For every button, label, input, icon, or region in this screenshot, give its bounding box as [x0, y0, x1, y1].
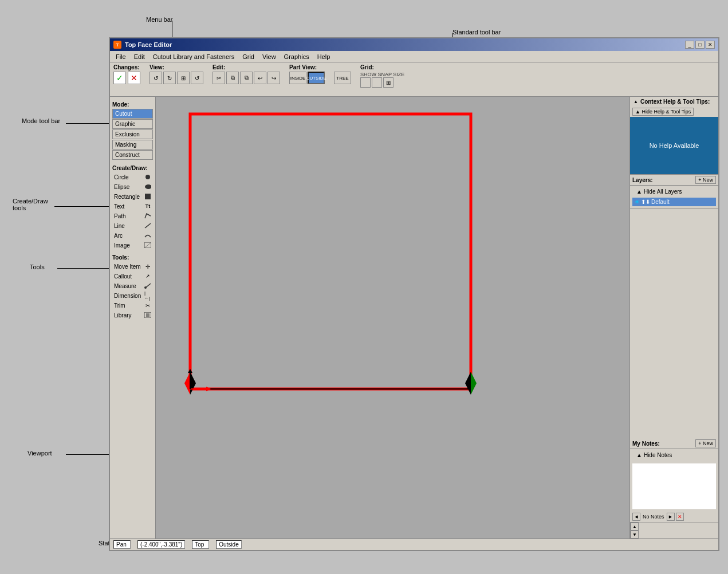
annotation-createdraw: Create/Drawtools: [13, 198, 48, 211]
layer-default[interactable]: 👁 ⬆⬇ Default: [632, 198, 716, 206]
tool-library[interactable]: Library: [112, 310, 153, 320]
edit-btn-2[interactable]: ⧉: [226, 72, 239, 84]
grid-sublabel: SHOW SNAP SIZE: [360, 72, 404, 77]
hide-notes-text: Hide Notes: [644, 452, 672, 458]
annotation-tools: Tools: [30, 264, 45, 270]
new-layer-button[interactable]: + New: [695, 176, 716, 184]
menu-grid[interactable]: Grid: [239, 53, 258, 61]
right-panel-scrollbar[interactable]: ▲ ▼: [630, 522, 638, 538]
tree-group: TREE: [334, 64, 351, 84]
tool-dimension[interactable]: Dimension |←|: [112, 291, 153, 300]
mode-masking[interactable]: Masking: [112, 140, 153, 150]
notes-delete-button[interactable]: ✕: [676, 513, 684, 521]
grid-size[interactable]: ⊞: [383, 77, 393, 88]
hide-all-text: Hide All Layers: [644, 188, 682, 195]
tool-path[interactable]: Path: [112, 211, 153, 221]
menu-help[interactable]: Help: [314, 53, 334, 61]
tool-elipse[interactable]: Elipse: [112, 182, 153, 191]
tool-circle[interactable]: Circle: [112, 172, 153, 182]
tool-image[interactable]: Image: [112, 241, 153, 250]
grid-buttons: ⊞: [360, 77, 393, 88]
title-buttons: _ □ ✕: [685, 41, 715, 49]
status-bar: Pan (-2.400",-3.381") Top Outside: [110, 538, 718, 550]
edit-btn-1[interactable]: ✂: [213, 72, 225, 84]
context-help-content: No Help Available: [630, 117, 718, 174]
confirm-button[interactable]: ✓: [113, 72, 126, 84]
cancel-button[interactable]: ✕: [128, 72, 140, 84]
notes-next-button[interactable]: ►: [667, 513, 675, 521]
notes-label: No Notes: [642, 514, 666, 520]
collapse-icon[interactable]: ▲: [633, 99, 638, 104]
menu-graphics[interactable]: Graphics: [281, 53, 313, 61]
menu-view[interactable]: View: [259, 53, 280, 61]
view-btn-3[interactable]: ⊞: [177, 72, 190, 84]
part-view-outside[interactable]: OUTSIDE: [308, 72, 325, 84]
notes-title: My Notes:: [632, 441, 660, 447]
view-btn-1[interactable]: ↺: [149, 72, 162, 84]
app-window: T Top Face Editor _ □ ✕ File Edit Cutout…: [109, 37, 719, 551]
tool-trim[interactable]: Trim ✂: [112, 301, 153, 310]
hide-all-layers-button[interactable]: ▲ Hide All Layers: [632, 187, 716, 196]
tool-arc[interactable]: Arc: [112, 231, 153, 240]
context-help-header: ▲ Context Help & Tool Tips:: [630, 97, 718, 107]
changes-label: Changes:: [113, 64, 140, 70]
layer-name: Default: [651, 199, 670, 205]
close-button[interactable]: ✕: [706, 41, 715, 49]
tool-callout[interactable]: Callout ↗: [112, 272, 153, 281]
menu-cutout[interactable]: Cutout Library and Fasteners: [149, 53, 238, 61]
mode-construct[interactable]: Construct: [112, 150, 153, 160]
window-title: Top Face Editor: [125, 41, 172, 48]
svg-point-1: [145, 184, 151, 189]
no-help-text: No Help Available: [650, 142, 699, 149]
hide-help-row: ▲ Hide Help & Tool Tips: [630, 107, 718, 117]
tools-label: Tools:: [112, 254, 153, 261]
line-icon: [144, 222, 151, 229]
edit-btn-redo[interactable]: ↪: [267, 72, 280, 84]
minimize-button[interactable]: _: [685, 41, 694, 49]
toolbar-area: Changes: ✓ ✕ View: ↺ ↻ ⊞ ↺ Edit: ✂ ⧉ ⧉ ↩: [110, 62, 718, 97]
path-icon: [144, 213, 151, 219]
tree-buttons: TREE: [334, 72, 351, 84]
move-icon: ✛: [144, 263, 151, 270]
tool-measure[interactable]: Measure: [112, 281, 153, 290]
canvas-svg: [156, 97, 629, 538]
maximize-button[interactable]: □: [695, 41, 705, 49]
hide-notes-button[interactable]: ▲ Hide Notes: [632, 450, 716, 460]
view-btn-4[interactable]: ↺: [191, 72, 203, 84]
notes-content-area: [632, 463, 716, 509]
mode-cutout[interactable]: Cutout: [112, 109, 153, 119]
mode-graphic[interactable]: Graphic: [112, 119, 153, 129]
menu-file[interactable]: File: [112, 53, 129, 61]
edit-btn-3[interactable]: ⧉: [240, 72, 253, 84]
createdraw-arrow-h: [54, 206, 109, 207]
tool-text[interactable]: Text Tt: [112, 202, 153, 211]
grid-snap[interactable]: [372, 77, 382, 88]
part-view-inside[interactable]: INSIDE: [289, 72, 306, 84]
mode-exclusion[interactable]: Exclusion: [112, 129, 153, 139]
viewport[interactable]: [156, 97, 629, 538]
edit-label: Edit:: [213, 64, 225, 70]
menu-edit[interactable]: Edit: [131, 53, 148, 61]
create-draw-label: Create/Draw:: [112, 165, 153, 171]
grid-group: Grid: SHOW SNAP SIZE ⊞: [360, 64, 404, 88]
tree-button[interactable]: TREE: [334, 72, 351, 84]
tool-line[interactable]: Line: [112, 221, 153, 230]
layer-icons-2: ⬆⬇: [641, 199, 650, 205]
grid-show[interactable]: [360, 77, 371, 88]
tool-move-item[interactable]: Move Item ✛: [112, 262, 153, 271]
edit-group: Edit: ✂ ⧉ ⧉ ↩ ↪: [213, 64, 280, 84]
scroll-down-button[interactable]: ▼: [631, 530, 639, 538]
tool-rectangle[interactable]: Rectangle: [112, 192, 153, 201]
hide-help-button[interactable]: ▲ Hide Help & Tool Tips: [632, 108, 694, 116]
new-note-button[interactable]: + New: [695, 439, 716, 447]
status-view: Top: [192, 540, 209, 549]
scroll-up-button[interactable]: ▲: [631, 522, 639, 530]
notes-prev-button[interactable]: ◄: [632, 513, 640, 521]
annotation-toolbar: Standard tool bar: [452, 29, 501, 36]
modebar-arrow-h: [66, 123, 109, 124]
view-btn-2[interactable]: ↻: [163, 72, 176, 84]
part-view-buttons: INSIDE OUTSIDE: [289, 72, 325, 84]
context-help-title: Context Help & Tool Tips:: [640, 99, 710, 105]
edit-btn-undo[interactable]: ↩: [254, 72, 266, 84]
rectangle-icon: [144, 193, 151, 200]
